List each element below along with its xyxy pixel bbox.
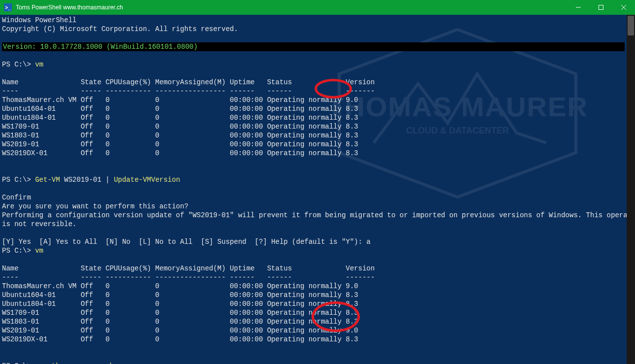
terminal-output[interactable]: Windows PowerShell Copyright (C) Microso… [0,15,627,364]
table1-divider: ---- ----- ----------- -----------------… [2,87,375,95]
pipe-char: | [106,176,114,184]
table2-row-4: WS1803-01 Off 0 0 00:00:00 Operating nor… [2,318,358,326]
table2-header: Name State CPUUsage(%) MemoryAssigned(M)… [2,265,375,272]
command-url: www.thomasmaurer.ch [35,362,114,364]
svg-rect-1 [599,5,603,10]
table1-header: Name State CPUUsage(%) MemoryAssigned(M)… [2,78,375,86]
cmd-arg: WS2019-01 [60,176,106,184]
confirm-question: Are you sure you want to perform this ac… [2,202,188,210]
close-button[interactable] [612,0,635,15]
banner-line2: Copyright (C) Microsoft Corporation. All… [2,25,238,33]
table2-row-2: Ubuntu1804-01 Off 0 0 00:00:00 Operating… [2,300,358,308]
cmdlet-get-vm: Get-VM [35,176,60,184]
prompt-1: PS C:\> [2,61,35,68]
table1-row-4: WS1803-01 Off 0 0 00:00:00 Operating nor… [2,132,358,139]
cmdlet-update-vmversion: Update-VMVersion [114,176,180,184]
confirm-detail: Performing a configuration version updat… [2,211,627,219]
table2-row-1: Ubuntu1604-01 Off 0 0 00:00:00 Operating… [2,291,358,299]
table1-row-5: WS2019-01 Off 0 0 00:00:00 Operating nor… [2,140,358,148]
table1-row-3: WS1709-01 Off 0 0 00:00:00 Operating nor… [2,123,358,131]
prompt-4: PS C:\> [2,362,35,364]
maximize-button[interactable] [590,0,612,15]
window-titlebar: >_ Toms PowerShell www.thomasmaurer.ch [0,0,635,15]
table2-divider: ---- ----- ----------- -----------------… [2,273,375,281]
confirm-detail: is not reversible. [2,220,76,228]
version-line: Version: 10.0.17728.1000 (WinBuild.16010… [2,42,625,51]
window-title: Toms PowerShell www.thomasmaurer.ch [16,4,567,11]
command-vm-1: vm [35,61,43,68]
table2-row-5: WS2019-01 Off 0 0 00:00:00 Operating nor… [2,327,358,334]
table2-row-6: WS2019DX-01 Off 0 0 00:00:00 Operating n… [2,335,358,343]
table1-row-1: Ubuntu1604-01 Off 0 0 00:00:00 Operating… [2,105,358,113]
scroll-thumb[interactable] [628,16,634,35]
table2-row-3: WS1709-01 Off 0 0 00:00:00 Operating nor… [2,309,358,317]
banner-line1: Windows PowerShell [2,16,76,24]
minimize-button[interactable] [567,0,590,15]
vertical-scrollbar[interactable] [627,15,635,364]
powershell-icon: >_ [4,3,12,11]
prompt-2: PS C:\> [2,176,35,184]
table2-row-0: ThomasMaurer.ch VM Off 0 0 00:00:00 Oper… [2,282,358,290]
table1-row-0: ThomasMaurer.ch VM Off 0 0 00:00:00 Oper… [2,96,358,104]
confirm-options: [Y] Yes [A] Yes to All [N] No [L] No to … [2,238,371,246]
command-vm-2: vm [35,247,43,255]
table1-row-2: Ubuntu1804-01 Off 0 0 00:00:00 Operating… [2,114,358,122]
table1-row-6: WS2019DX-01 Off 0 0 00:00:00 Operating n… [2,149,358,157]
confirm-title: Confirm [2,194,31,201]
prompt-3: PS C:\> [2,247,35,255]
